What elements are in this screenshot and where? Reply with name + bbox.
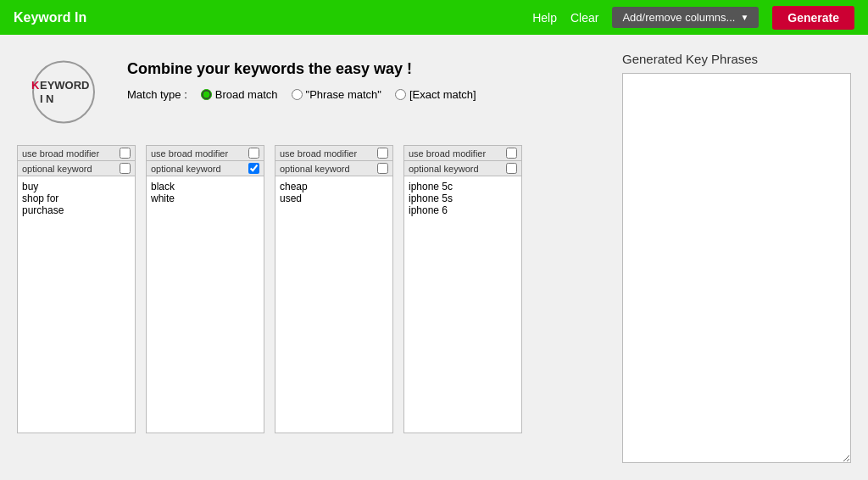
columns-area: use broad modifier optional keyword buy … [17,145,605,433]
phrase-match-label: "Phrase match" [306,88,381,101]
broad-match-option[interactable]: Broad match [201,88,278,101]
col4-optional-label: optional keyword [409,164,479,174]
col2-optional-checkbox[interactable] [248,163,259,174]
col4-broad-checkbox[interactable] [506,148,517,159]
col1-broad-header: use broad modifier [18,146,135,161]
col4-optional-header: optional keyword [404,161,521,176]
col1-broad-label: use broad modifier [22,148,99,159]
clear-button[interactable]: Clear [570,11,598,25]
left-panel: K EYWORD I N Combine your keywords the e… [17,52,605,466]
add-remove-columns-button[interactable]: Add/remove columns... [612,7,759,28]
phrase-match-option[interactable]: "Phrase match" [292,88,381,101]
keyword-column-3: use broad modifier optional keyword chea… [275,145,393,433]
col1-textarea[interactable]: buy shop for purchase [18,176,135,433]
col3-optional-checkbox[interactable] [377,163,388,174]
svg-text:I: I [40,92,43,104]
match-type-label: Match type : [127,88,187,101]
keyword-column-2: use broad modifier optional keyword blac… [146,145,264,433]
phrase-match-radio[interactable] [292,89,303,100]
col1-optional-checkbox[interactable] [120,163,131,174]
header-actions: Help Clear Add/remove columns... Generat… [532,6,854,30]
col3-broad-header: use broad modifier [275,146,392,161]
col3-textarea[interactable]: cheap used [275,176,392,433]
generated-title: Generated Key Phrases [622,52,851,66]
col1-broad-checkbox[interactable] [120,148,131,159]
col2-optional-label: optional keyword [151,164,221,174]
main-content: K EYWORD I N Combine your keywords the e… [0,35,868,480]
logo: K EYWORD I N [17,52,110,128]
generated-output[interactable] [622,73,851,463]
col3-broad-label: use broad modifier [280,148,357,159]
col3-optional-header: optional keyword [275,161,392,176]
col2-optional-header: optional keyword [147,161,264,176]
generate-button[interactable]: Generate [772,6,854,30]
keyword-column-1: use broad modifier optional keyword buy … [17,145,136,433]
col2-textarea[interactable]: black white [147,176,264,433]
broad-match-radio[interactable] [201,89,212,100]
col2-broad-header: use broad modifier [147,146,264,161]
col4-textarea[interactable]: iphone 5c iphone 5s iphone 6 [404,176,521,433]
logo-area: K EYWORD I N Combine your keywords the e… [17,52,605,128]
svg-text:K: K [31,78,40,91]
keyword-column-4: use broad modifier optional keyword ipho… [403,145,522,433]
page-title: Combine your keywords the easy way ! [127,60,476,78]
svg-text:EYWORD: EYWORD [40,78,90,91]
exact-match-option[interactable]: [Exact match] [395,88,476,101]
right-panel: Generated Key Phrases [622,52,851,466]
col3-broad-checkbox[interactable] [377,148,388,159]
broad-match-label: Broad match [215,88,278,101]
col2-broad-label: use broad modifier [151,148,228,159]
col4-optional-checkbox[interactable] [506,163,517,174]
exact-match-radio[interactable] [395,89,406,100]
match-type-row: Match type : Broad match "Phrase match" … [127,88,476,101]
col4-broad-header: use broad modifier [404,146,521,161]
header: Keyword In Help Clear Add/remove columns… [0,0,868,35]
col3-optional-label: optional keyword [280,164,350,174]
svg-text:N: N [46,92,53,104]
col2-broad-checkbox[interactable] [248,148,259,159]
app-title: Keyword In [14,10,86,25]
exact-match-label: [Exact match] [409,88,476,101]
col1-optional-header: optional keyword [18,161,135,176]
help-button[interactable]: Help [532,11,557,25]
title-matchtype: Combine your keywords the easy way ! Mat… [127,52,476,101]
col1-optional-label: optional keyword [22,164,92,174]
col4-broad-label: use broad modifier [409,148,486,159]
